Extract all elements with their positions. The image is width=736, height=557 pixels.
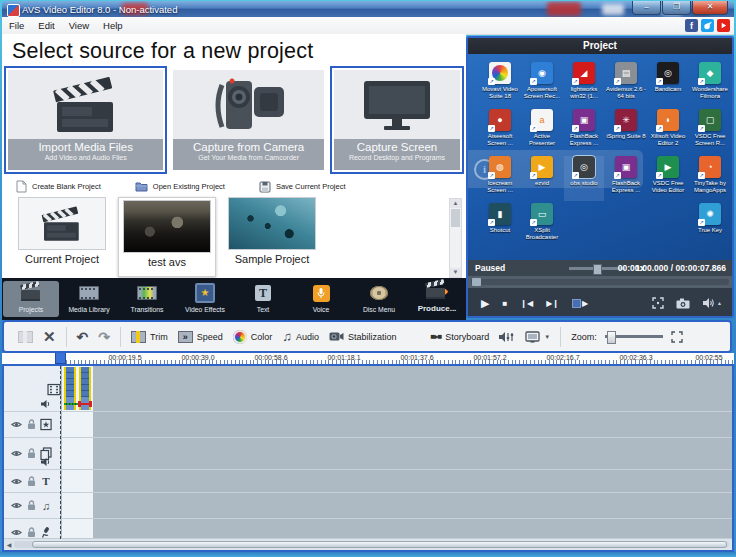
- desktop-icon-lightworks-win32-1-[interactable]: ◢↗lightworks win32 (1...: [564, 62, 604, 107]
- timeline-ruler[interactable]: 00:00:19.500:00:39.000:00:58.600:01:18.1…: [2, 353, 734, 366]
- track-row-video-track[interactable]: [4, 366, 732, 412]
- track-row-text-track[interactable]: T: [4, 470, 732, 493]
- tab-disc-menu[interactable]: Disc Menu: [351, 281, 407, 317]
- track-row-effects-track[interactable]: [4, 412, 732, 438]
- desktop-icon-obs-studio[interactable]: ◎↗obs studio: [564, 156, 604, 201]
- track-row-audio-track[interactable]: ♫: [4, 493, 732, 519]
- projects-scrollbar[interactable]: ▲ ▼: [449, 198, 462, 278]
- zoom-slider[interactable]: [605, 335, 663, 338]
- source-card-camcorder[interactable]: Capture from CameraGet Your Media from C…: [173, 70, 324, 170]
- seek-track[interactable]: [471, 279, 729, 285]
- snapshot-icon[interactable]: [676, 298, 690, 309]
- tab-media-library[interactable]: Media Library: [61, 281, 117, 317]
- display-mode-button[interactable]: ▼: [525, 331, 550, 343]
- hscroll-thumb[interactable]: [32, 541, 727, 548]
- color-button[interactable]: Color: [233, 330, 273, 344]
- desktop-icon-movavi-video-suite-18[interactable]: ↗Movavi Video Suite 18: [480, 62, 520, 107]
- menu-edit[interactable]: Edit: [31, 20, 61, 31]
- split-button[interactable]: [18, 331, 33, 343]
- tab-video-effects[interactable]: ★Video Effects: [177, 281, 233, 317]
- zoom-fit-icon[interactable]: [671, 331, 683, 343]
- timeline[interactable]: T♫ ◀: [2, 366, 734, 552]
- desktop-icon-icecream-screen-[interactable]: ◍↗Icecream Screen ...: [480, 156, 520, 201]
- audio-mixer-button[interactable]: [499, 331, 515, 343]
- preview-video-area[interactable]: i ↗Movavi Video Suite 18◉↗Apowersoft Scr…: [468, 54, 732, 260]
- open-existing-project-button[interactable]: Open Existing Project: [135, 181, 225, 192]
- scroll-up-icon[interactable]: ▲: [450, 199, 461, 208]
- tab-voice[interactable]: Voice: [293, 281, 349, 317]
- eye-icon[interactable]: [10, 526, 22, 538]
- desktop-icon-vsdc-free-screen-r-[interactable]: ▢↗VSDC Free Screen R...: [690, 109, 730, 154]
- tab-text[interactable]: TText: [235, 281, 291, 317]
- volume-button[interactable]: ▲: [702, 297, 722, 309]
- redo-button[interactable]: ↷: [98, 329, 110, 345]
- audio-button[interactable]: ♫ Audio: [282, 329, 319, 344]
- desktop-icon-flashback-express-[interactable]: ▣↗FlashBack Express ...: [606, 156, 646, 201]
- eye-icon[interactable]: [10, 475, 22, 487]
- next-frame-button[interactable]: ▶❙: [546, 299, 559, 308]
- tab-transitions[interactable]: Transitions: [119, 281, 175, 317]
- desktop-icon-flashback-express-[interactable]: ▣↗FlashBack Express ...: [564, 109, 604, 154]
- desktop-icon-avidemux-2-6-64-bits[interactable]: ▤↗Avidemux 2.6 - 64 bits: [606, 62, 646, 107]
- desktop-icon-vsdc-free-video-editor[interactable]: ▶↗VSDC Free Video Editor: [648, 156, 688, 201]
- speed-button[interactable]: » Speed: [178, 331, 223, 343]
- scroll-thumb[interactable]: [451, 209, 460, 227]
- create-blank-project-button[interactable]: Create Blank Project: [16, 180, 101, 193]
- previous-frame-button[interactable]: ❙◀: [520, 299, 533, 308]
- volume-expand-icon[interactable]: ▲: [717, 300, 722, 306]
- scroll-down-icon[interactable]: ▼: [450, 268, 461, 277]
- seek-thumb[interactable]: [472, 278, 481, 286]
- tab-projects[interactable]: Projects: [3, 281, 59, 317]
- timeline-hscrollbar[interactable]: ◀: [4, 538, 732, 550]
- menu-view[interactable]: View: [62, 20, 96, 31]
- lock-icon[interactable]: [25, 419, 37, 431]
- scroll-left-icon[interactable]: ◀: [4, 541, 14, 548]
- desktop-icon-wondershare-filmora[interactable]: ◆↗Wondershare Filmora: [690, 62, 730, 107]
- desktop-icon-ezvid[interactable]: ▶↗ezvid: [522, 156, 562, 201]
- delete-button[interactable]: ✕: [43, 328, 56, 346]
- hscroll-track[interactable]: [14, 541, 729, 548]
- desktop-icon-xilisoft-video-editor-2[interactable]: ◗↗Xilisoft Video Editor 2: [648, 109, 688, 154]
- eye-icon[interactable]: [10, 500, 22, 512]
- menu-file[interactable]: File: [2, 20, 31, 31]
- maximize-button[interactable]: ❐: [662, 1, 691, 15]
- lock-icon[interactable]: [25, 475, 37, 487]
- facebook-icon[interactable]: f: [685, 19, 698, 32]
- desktop-icon-true-key[interactable]: ✺↗True Key: [690, 203, 730, 248]
- desktop-icon-xsplit-broadcaster[interactable]: ▭↗XSplit Broadcaster: [522, 203, 562, 248]
- close-button[interactable]: ✕: [692, 1, 728, 15]
- playhead-marker[interactable]: [55, 353, 66, 364]
- project-item-test-avs[interactable]: test avs: [118, 197, 216, 277]
- desktop-icon-bandicam[interactable]: ◎↗Bandicam: [648, 62, 688, 107]
- envelope-marker[interactable]: [89, 401, 92, 407]
- undo-button[interactable]: ↶: [77, 329, 89, 345]
- video-clip[interactable]: [79, 367, 91, 397]
- zoom-slider-thumb[interactable]: [607, 331, 616, 344]
- fullscreen-icon[interactable]: [652, 297, 664, 309]
- desktop-icon-shotcut[interactable]: ▮↗Shotcut: [480, 203, 520, 248]
- source-card-monitor[interactable]: Capture ScreenRecord Desktop and Program…: [334, 70, 460, 170]
- tab-produce-[interactable]: ➜Produce...: [409, 281, 465, 317]
- source-card-clapperboard[interactable]: Import Media FilesAdd Video and Audio Fi…: [8, 70, 163, 170]
- eye-icon[interactable]: [10, 448, 22, 460]
- youtube-icon[interactable]: [717, 19, 730, 32]
- save-current-project-button[interactable]: Save Current Project: [259, 181, 346, 193]
- project-item-current-project[interactable]: Current Project: [18, 197, 106, 277]
- menu-help[interactable]: Help: [96, 20, 130, 31]
- lock-icon[interactable]: [25, 500, 37, 512]
- lock-icon[interactable]: [25, 526, 37, 538]
- eye-icon[interactable]: [10, 419, 22, 431]
- desktop-icon-apowersoft-screen-rec-[interactable]: ◉↗Apowersoft Screen Rec...: [522, 62, 562, 107]
- video-clip[interactable]: [64, 367, 76, 397]
- seek-bar[interactable]: [468, 276, 732, 288]
- desktop-icon-aiseesoft-screen-[interactable]: ●↗Aiseesoft Screen ...: [480, 109, 520, 154]
- trim-button[interactable]: Trim: [131, 331, 168, 343]
- play-button[interactable]: ▶: [481, 297, 489, 310]
- step-forward-button[interactable]: ▶: [572, 299, 588, 308]
- desktop-icon-tinytake-by-mangoapps[interactable]: ◔↗TinyTake by MangoApps: [690, 156, 730, 201]
- storyboard-button[interactable]: ■▸■ Storyboard: [431, 332, 490, 342]
- speed-slider-thumb[interactable]: [593, 264, 602, 275]
- desktop-icon-active-presenter[interactable]: a↗Active Presenter: [522, 109, 562, 154]
- twitter-icon[interactable]: [701, 19, 714, 32]
- stop-button[interactable]: ■: [502, 299, 507, 308]
